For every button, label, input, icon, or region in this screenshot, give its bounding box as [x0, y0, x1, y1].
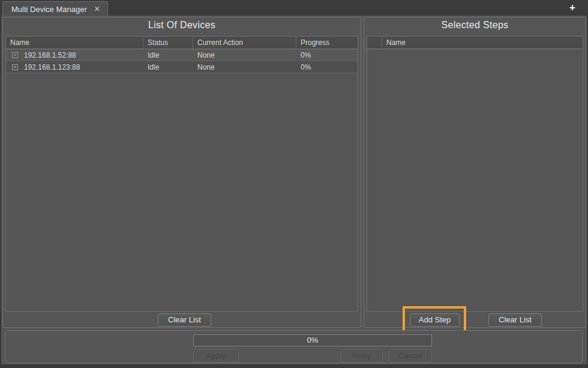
- devices-clear-list-button[interactable]: Clear List: [158, 313, 211, 327]
- table-row[interactable]: + 192.168.1.123:88 Idle None 0%: [6, 61, 358, 73]
- retry-button[interactable]: Retry: [340, 349, 383, 363]
- column-header-progress[interactable]: Progress: [296, 37, 358, 49]
- steps-panel-title: Selected Steps: [364, 20, 586, 31]
- expander-icon[interactable]: +: [12, 64, 18, 70]
- device-name: 192.168.1.123:88: [24, 63, 80, 71]
- steps-table-header: Name: [367, 37, 583, 49]
- devices-panel-title: List Of Devices: [3, 20, 361, 31]
- device-status: Idle: [143, 49, 193, 61]
- steps-panel: Selected Steps Name Add Step Clear List: [364, 17, 586, 328]
- device-status: Idle: [143, 61, 193, 73]
- new-tab-icon[interactable]: +: [566, 2, 578, 14]
- device-action: None: [193, 61, 296, 73]
- device-progress: 0%: [296, 61, 358, 73]
- tab-bar: Multi Device Manager ✕ +: [0, 0, 588, 16]
- column-header-name[interactable]: Name: [6, 37, 143, 49]
- column-header-current-action[interactable]: Current Action: [193, 37, 296, 49]
- device-name-cell: + 192.168.1.123:88: [6, 61, 143, 73]
- steps-gutter-column: [367, 37, 382, 49]
- devices-table: Name Status Current Action Progress + 19…: [5, 36, 358, 312]
- table-row[interactable]: + 192.168.1.52:88 Idle None 0%: [6, 49, 358, 61]
- apply-button[interactable]: Apply: [193, 349, 239, 363]
- add-step-button[interactable]: Add Step: [410, 313, 460, 327]
- device-name-cell: + 192.168.1.52:88: [6, 49, 143, 61]
- column-header-step-name[interactable]: Name: [382, 37, 583, 49]
- device-name: 192.168.1.52:88: [24, 51, 76, 59]
- tab-close-icon[interactable]: ✕: [94, 5, 100, 13]
- tab-label: Multi Device Manager: [11, 5, 87, 14]
- expander-icon[interactable]: +: [12, 52, 18, 58]
- devices-table-header: Name Status Current Action Progress: [6, 37, 358, 49]
- tab-multi-device-manager[interactable]: Multi Device Manager ✕: [2, 1, 108, 16]
- device-progress: 0%: [296, 49, 358, 61]
- footer-panel: 0% Apply Retry Cancel: [5, 330, 583, 363]
- overall-progress-bar: 0%: [193, 334, 432, 346]
- devices-panel: List Of Devices Name Status Current Acti…: [2, 17, 361, 328]
- cancel-button[interactable]: Cancel: [389, 349, 432, 363]
- steps-table: Name: [367, 36, 583, 312]
- steps-clear-list-button[interactable]: Clear List: [488, 313, 542, 327]
- device-action: None: [193, 49, 296, 61]
- column-header-status[interactable]: Status: [143, 37, 193, 49]
